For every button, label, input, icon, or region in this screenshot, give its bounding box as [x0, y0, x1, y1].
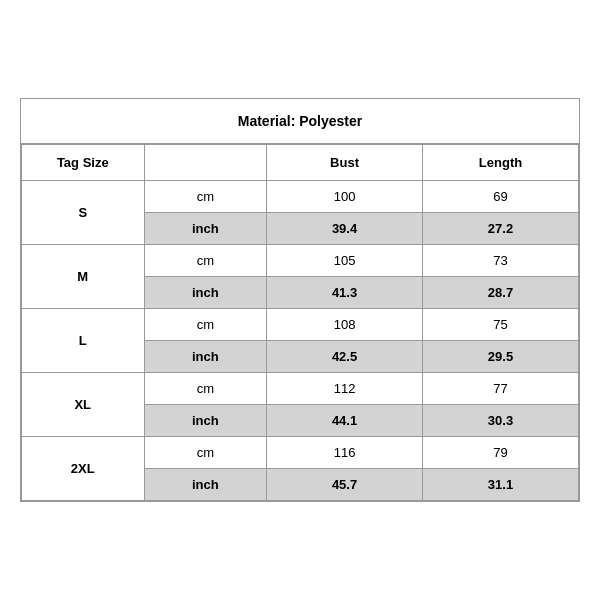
unit-inch-cell: inch [144, 469, 267, 501]
unit-cm-cell: cm [144, 373, 267, 405]
table-row: Scm10069 [22, 181, 579, 213]
unit-cm-cell: cm [144, 437, 267, 469]
length-cm-value: 73 [423, 245, 579, 277]
length-inch-value: 27.2 [423, 213, 579, 245]
table-header-row: Tag Size Bust Length [22, 145, 579, 181]
table-row: XLcm11277 [22, 373, 579, 405]
bust-inch-value: 42.5 [267, 341, 423, 373]
header-length: Length [423, 145, 579, 181]
unit-inch-cell: inch [144, 213, 267, 245]
tag-size-cell: S [22, 181, 145, 245]
header-unit-empty [144, 145, 267, 181]
length-cm-value: 77 [423, 373, 579, 405]
header-tag-size: Tag Size [22, 145, 145, 181]
unit-inch-cell: inch [144, 341, 267, 373]
length-inch-value: 28.7 [423, 277, 579, 309]
tag-size-cell: M [22, 245, 145, 309]
table-title: Material: Polyester [21, 99, 579, 144]
unit-cm-cell: cm [144, 245, 267, 277]
bust-cm-value: 116 [267, 437, 423, 469]
unit-inch-cell: inch [144, 277, 267, 309]
header-bust: Bust [267, 145, 423, 181]
bust-cm-value: 105 [267, 245, 423, 277]
length-inch-value: 30.3 [423, 405, 579, 437]
tag-size-cell: 2XL [22, 437, 145, 501]
bust-inch-value: 41.3 [267, 277, 423, 309]
bust-inch-value: 45.7 [267, 469, 423, 501]
table-row: Lcm10875 [22, 309, 579, 341]
bust-inch-value: 44.1 [267, 405, 423, 437]
unit-inch-cell: inch [144, 405, 267, 437]
size-chart-wrapper: Material: Polyester Tag Size Bust Length… [20, 98, 580, 502]
length-cm-value: 75 [423, 309, 579, 341]
length-inch-value: 29.5 [423, 341, 579, 373]
table-row: 2XLcm11679 [22, 437, 579, 469]
bust-cm-value: 112 [267, 373, 423, 405]
length-cm-value: 69 [423, 181, 579, 213]
bust-cm-value: 108 [267, 309, 423, 341]
length-cm-value: 79 [423, 437, 579, 469]
table-row: Mcm10573 [22, 245, 579, 277]
bust-inch-value: 39.4 [267, 213, 423, 245]
bust-cm-value: 100 [267, 181, 423, 213]
unit-cm-cell: cm [144, 309, 267, 341]
length-inch-value: 31.1 [423, 469, 579, 501]
tag-size-cell: L [22, 309, 145, 373]
tag-size-cell: XL [22, 373, 145, 437]
size-chart-table: Tag Size Bust Length Scm10069inch39.427.… [21, 144, 579, 501]
unit-cm-cell: cm [144, 181, 267, 213]
